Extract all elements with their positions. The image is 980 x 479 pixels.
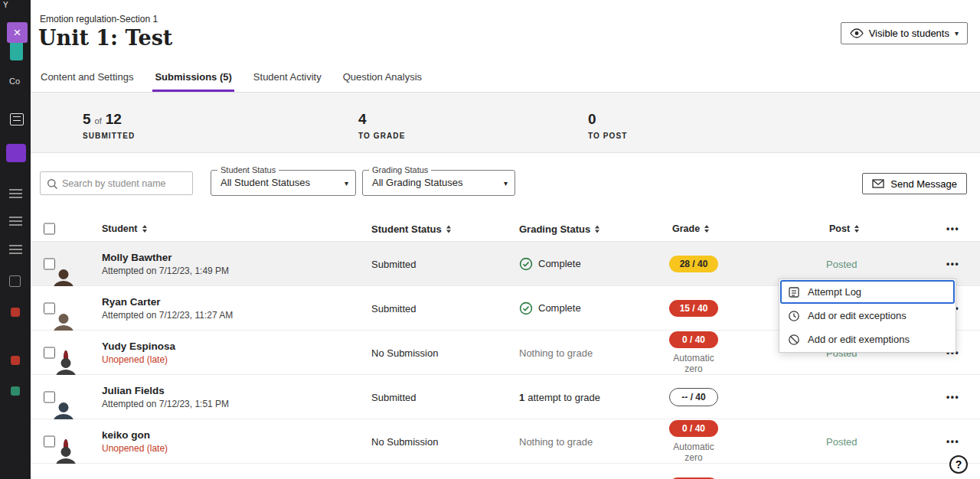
grading-text: Nothing to grade — [519, 435, 593, 447]
sidebar-course-label-fragment: Co — [9, 77, 20, 86]
grading-status: Nothing to grade — [519, 435, 593, 447]
column-post[interactable]: Post — [829, 223, 859, 234]
menu-item-attempt-log[interactable]: Attempt Log — [780, 280, 955, 304]
post-status[interactable]: Posted — [826, 435, 857, 447]
row-options-icon[interactable]: ••• — [946, 259, 959, 269]
sort-icon — [704, 225, 709, 233]
background-sidebar: Y × Co — [0, 0, 31, 479]
grade-pill[interactable]: 15 / 40 — [669, 300, 718, 317]
of-label: of — [95, 116, 102, 125]
row-checkbox[interactable] — [44, 302, 55, 314]
row-checkbox[interactable] — [44, 347, 55, 358]
help-button[interactable]: ? — [949, 455, 968, 474]
student-avatar — [64, 350, 68, 368]
course-card-fragment — [10, 41, 23, 60]
grade-pill[interactable]: -- / 40 — [669, 388, 718, 406]
stat-submitted: 5 of 12 SUBMITTED — [83, 111, 135, 140]
eye-icon — [850, 28, 864, 38]
grading-status: 1 attempt to grade — [519, 391, 600, 402]
row-options-icon[interactable]: ••• — [946, 392, 959, 402]
column-grading-status[interactable]: Grading Status — [519, 223, 599, 235]
menu-item-exceptions[interactable]: Add or edit exceptions — [780, 304, 955, 327]
search-icon — [47, 178, 58, 190]
square-icon[interactable] — [9, 275, 21, 287]
column-grading-status-label: Grading Status — [519, 223, 590, 235]
to-post-count: 0 — [588, 111, 596, 128]
row-checkbox[interactable] — [44, 435, 55, 447]
stat-to-grade: 4 TO GRADE — [358, 111, 405, 140]
to-grade-label: TO GRADE — [358, 132, 405, 140]
menu-icon[interactable] — [9, 189, 22, 198]
grading-status: Complete — [519, 301, 581, 315]
table-row[interactable]: keiko gon Unopened (late) No Submission … — [31, 419, 980, 464]
grading-status-filter-label: Grading Status — [369, 165, 431, 174]
to-grade-count: 4 — [358, 111, 367, 128]
column-student-label: Student — [102, 223, 138, 234]
chevron-down-icon: ▾ — [955, 29, 959, 37]
visibility-label: Visible to students — [869, 28, 949, 39]
column-student[interactable]: Student — [102, 223, 147, 234]
tab-bar: Content and Settings Submissions (5) Stu… — [31, 68, 980, 93]
row-checkbox[interactable] — [44, 391, 55, 402]
tab-content-and-settings[interactable]: Content and Settings — [38, 71, 136, 92]
search-input[interactable] — [62, 172, 191, 194]
stats-band: 5 of 12 SUBMITTED 4 TO GRADE 0 TO POST — [31, 93, 980, 153]
student-status: Submitted — [371, 302, 416, 314]
table-row[interactable]: Julian Fields Attempted on 7/12/23, 1:51… — [31, 375, 980, 419]
grade-cell: 0 / 40 Automatic zero — [666, 420, 721, 463]
grade-pill[interactable]: 0 / 40 — [669, 331, 718, 348]
column-grade[interactable]: Grade — [672, 223, 709, 234]
search-box — [40, 171, 193, 195]
complete-check-icon — [519, 301, 533, 315]
column-student-status[interactable]: Student Status — [371, 223, 451, 235]
visibility-button[interactable]: Visible to students ▾ — [841, 22, 968, 44]
page-title: Unit 1: Test — [38, 26, 172, 50]
table-row[interactable]: 0 / 40 — [31, 464, 980, 479]
grade-note: Automatic zero — [666, 353, 721, 374]
red-status-dot — [11, 308, 20, 317]
send-message-button[interactable]: Send Message — [862, 173, 967, 194]
active-nav-indicator[interactable] — [6, 144, 26, 162]
table-options-icon[interactable]: ••• — [946, 223, 959, 234]
grading-text: Complete — [538, 258, 581, 269]
grade-pill[interactable]: 28 / 40 — [669, 256, 718, 272]
grade-pill[interactable]: 0 / 40 — [669, 420, 718, 437]
sort-icon — [142, 225, 147, 233]
student-cell: keiko gon Unopened (late) — [102, 429, 168, 454]
attempt-info: Unopened (late) — [102, 354, 175, 365]
envelope-icon — [872, 179, 884, 188]
row-checkbox[interactable] — [44, 258, 55, 269]
tab-student-activity[interactable]: Student Activity — [251, 71, 324, 92]
student-name[interactable]: Molly Bawther — [102, 252, 229, 263]
close-panel-button[interactable]: × — [7, 22, 28, 43]
column-post-label: Post — [829, 223, 850, 234]
book-icon[interactable] — [10, 113, 24, 125]
sidebar-text-fragment: Y — [3, 1, 8, 9]
tab-submissions[interactable]: Submissions (5) — [152, 71, 234, 92]
student-name[interactable]: Ryan Carter — [102, 296, 233, 308]
menu-item-label: Add or edit exceptions — [808, 310, 906, 321]
student-status-filter[interactable]: Student Status All Student Statuses ▾ — [211, 170, 356, 196]
submitted-count: 5 — [83, 111, 91, 128]
student-cell: Molly Bawther Attempted on 7/12/23, 1:49… — [102, 252, 229, 276]
complete-check-icon — [519, 257, 533, 271]
row-options-icon[interactable]: ••• — [946, 436, 959, 447]
list-icon[interactable] — [9, 217, 22, 226]
to-post-label: TO POST — [588, 132, 627, 140]
tab-question-analysis[interactable]: Question Analysis — [341, 71, 424, 92]
student-cell: Julian Fields Attempted on 7/12/23, 1:51… — [102, 385, 229, 409]
student-name[interactable]: keiko gon — [102, 429, 168, 441]
menu-item-label: Add or edit exemptions — [808, 334, 910, 345]
student-name[interactable]: Julian Fields — [102, 385, 229, 396]
attempt-info: Attempted on 7/12/23, 1:49 PM — [102, 266, 229, 276]
select-all-checkbox[interactable] — [44, 223, 55, 235]
chevron-down-icon: ▾ — [504, 179, 508, 187]
grade-note: Automatic zero — [666, 442, 721, 463]
student-name[interactable]: Yudy Espinosa — [102, 341, 175, 352]
grading-status-filter[interactable]: Grading Status All Grading Statuses ▾ — [362, 170, 515, 196]
green-status-dot — [11, 386, 20, 396]
lines-icon[interactable] — [9, 245, 22, 254]
student-cell: Yudy Espinosa Unopened (late) — [102, 341, 175, 365]
post-status[interactable]: Posted — [826, 258, 857, 269]
menu-item-exemptions[interactable]: Add or edit exemptions — [780, 327, 955, 351]
